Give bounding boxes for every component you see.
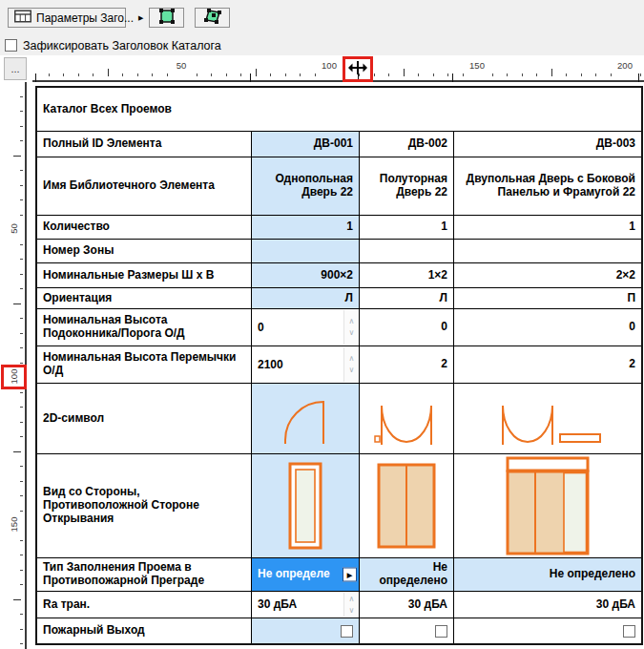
cell-ra-2[interactable]: 30 дБА	[360, 592, 454, 618]
ruler-number: 50	[177, 60, 187, 71]
ruler-tick	[108, 69, 109, 76]
ruler-number: 100	[322, 60, 337, 71]
uniform-size-button[interactable]	[149, 8, 184, 28]
ruler-tick	[20, 392, 23, 393]
cell-id-1[interactable]: ДВ-001	[252, 132, 360, 157]
spinner-down-icon[interactable]: ∨	[349, 607, 355, 615]
cell-quantity-2[interactable]: 1	[360, 216, 454, 240]
cell-name-2[interactable]: Полуторная Дверь 22	[360, 157, 454, 216]
cell-size-1[interactable]: 900×2	[252, 263, 360, 288]
ruler-tick	[418, 73, 419, 76]
cell-id-3[interactable]: ДВ-003	[454, 132, 641, 157]
cell-front-view-3[interactable]	[454, 454, 641, 558]
schedule-settings-button[interactable]: Параметры Заго... ▶	[8, 8, 126, 28]
cell-size-3[interactable]: 2×2	[454, 263, 641, 288]
fire-exit-checkbox-1[interactable]	[341, 625, 353, 638]
row-label-nominal-size: Номинальные Размеры Ш x В	[37, 263, 252, 288]
ruler-tick	[20, 422, 23, 423]
cell-symbol-2[interactable]	[360, 384, 454, 454]
annotation-box-resize-cursor	[343, 56, 373, 82]
cell-front-view-2[interactable]	[360, 454, 454, 558]
ruler-options-button[interactable]: ...	[4, 57, 27, 80]
schedule-settings-label: Параметры Заго...	[36, 11, 134, 25]
ruler-tick	[137, 73, 138, 76]
cell-fire-exit-1	[252, 618, 360, 643]
schedule-window: Параметры Заго... ▶ Зафикс	[0, 0, 644, 649]
spinner-down-icon[interactable]: ∨	[349, 329, 355, 337]
cell-editor-sill-height[interactable]: 0 ∧ ∨	[252, 309, 360, 346]
cell-quantity-3[interactable]: 1	[454, 216, 641, 240]
spinner-up-icon[interactable]: ∧	[349, 596, 355, 603]
cell-quantity-1[interactable]: 1	[252, 216, 360, 240]
ruler-tick	[20, 614, 23, 615]
cell-sill-3[interactable]: 0	[454, 309, 641, 346]
ruler-tick	[122, 73, 123, 76]
spinner-up-icon[interactable]: ∧	[349, 355, 355, 363]
popup-arrow-icon: ▶	[347, 572, 352, 578]
ruler-tick	[388, 73, 389, 76]
ruler-tick	[20, 244, 23, 245]
door-swing-double-with-panel-icon	[489, 388, 606, 450]
column-boundary-tick	[250, 73, 251, 82]
ruler-tick	[211, 73, 212, 76]
spinner[interactable]: ∧ ∨	[343, 347, 359, 382]
ruler-tick	[20, 333, 23, 334]
horizontal-ruler[interactable]: 50100150200	[32, 57, 644, 82]
column-boundary-tick	[452, 73, 453, 82]
cell-header-2[interactable]: 2	[360, 346, 454, 384]
ruler-tick	[20, 540, 23, 541]
ruler-tick	[507, 73, 508, 76]
cell-size-2[interactable]: 1×2	[360, 263, 454, 288]
ruler-tick	[49, 73, 50, 76]
spinner[interactable]: ∧ ∨	[343, 593, 359, 617]
row-label-id: Полный ID Элемента	[37, 132, 252, 157]
freeze-header-checkbox[interactable]	[5, 39, 17, 52]
ruler-tick	[20, 407, 23, 408]
uniform-size-3d-icon	[201, 7, 224, 29]
cell-header-3[interactable]: 2	[454, 346, 641, 384]
ruler-tick	[20, 629, 23, 630]
ruler-tick	[13, 451, 21, 452]
fire-exit-checkbox-3[interactable]	[623, 625, 635, 638]
ruler-tick	[536, 73, 537, 76]
ruler-tick	[551, 69, 552, 76]
ruler-tick	[256, 69, 257, 76]
cell-name-3[interactable]: Двупольная Дверь с Боковой Панелью и Фра…	[454, 157, 641, 216]
ruler-number: 150	[469, 60, 485, 71]
popup-button[interactable]: ▶	[343, 568, 357, 582]
cell-symbol-1[interactable]	[252, 384, 360, 454]
cell-front-view-1[interactable]	[252, 454, 360, 558]
ruler-tick	[595, 73, 596, 76]
spinner-down-icon[interactable]: ∨	[349, 366, 355, 374]
uniform-size-icon	[156, 7, 178, 29]
cell-orientation-1[interactable]: Л	[252, 288, 360, 309]
cell-zone-1[interactable]	[252, 240, 360, 263]
cell-ra-3[interactable]: 30 дБА	[454, 592, 641, 618]
cell-symbol-3[interactable]	[454, 384, 641, 454]
row-label-fire-type: Тип Заполнения Проема в Противопожарной …	[37, 558, 252, 592]
spinner-up-icon[interactable]: ∧	[349, 318, 355, 325]
cell-fire-type-3[interactable]: Не определено	[454, 558, 641, 592]
ruler-tick	[13, 304, 21, 304]
column-boundary-tick	[638, 73, 639, 82]
ruler-tick	[20, 363, 23, 364]
cell-editor-header-height[interactable]: 2100 ∧ ∨	[252, 346, 360, 384]
fire-exit-checkbox-2[interactable]	[435, 625, 447, 638]
header-height-value: 2100	[258, 359, 283, 372]
cell-editor-ra[interactable]: 30 дБА ∧ ∨	[252, 592, 360, 618]
uniform-size-3d-button[interactable]	[195, 8, 230, 28]
ruler-tick	[433, 73, 434, 76]
ruler-tick	[20, 288, 23, 289]
spinner[interactable]: ∧ ∨	[343, 310, 359, 345]
row-label-library-name: Имя Библиотечного Элемента	[37, 157, 252, 216]
cell-orientation-2[interactable]: Л	[360, 288, 454, 309]
cell-fire-type-2[interactable]: Не определено	[360, 558, 454, 592]
cell-name-1[interactable]: Однопольная Дверь 22	[252, 157, 360, 216]
cell-sill-2[interactable]: 0	[360, 309, 454, 346]
cell-zone-3[interactable]	[454, 240, 641, 263]
cell-zone-2[interactable]	[360, 240, 454, 263]
cell-id-2[interactable]: ДВ-002	[360, 132, 454, 157]
cell-orientation-3[interactable]: П	[454, 288, 641, 309]
cell-selected-fire-type[interactable]: Не определе ▶	[252, 558, 360, 592]
interactive-schedule: Каталог Всех Проемов Полный ID Элемента …	[35, 86, 643, 645]
